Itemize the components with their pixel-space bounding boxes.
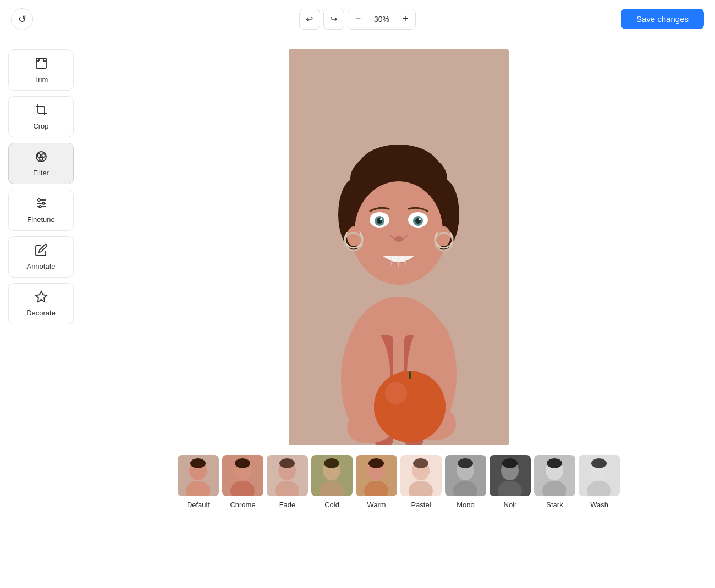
filter-warm[interactable]: Warm xyxy=(356,455,397,509)
filter-thumb-stark xyxy=(534,455,575,496)
header-center: ↩ ↪ − 30% + xyxy=(299,9,416,30)
filter-thumb-default xyxy=(178,455,219,496)
svg-point-61 xyxy=(235,458,250,468)
filter-warm-label: Warm xyxy=(367,501,386,509)
svg-point-25 xyxy=(374,371,446,442)
filter-stark-label: Stark xyxy=(546,501,563,509)
image-canvas xyxy=(289,49,509,445)
filter-chrome[interactable]: Chrome xyxy=(222,455,263,509)
annotate-tool-button[interactable]: Annotate xyxy=(8,236,74,278)
filter-pastel[interactable]: Pastel xyxy=(400,455,442,509)
filter-fade-label: Fade xyxy=(279,501,296,509)
svg-point-12 xyxy=(38,199,40,201)
filter-wash[interactable]: Wash xyxy=(579,455,620,509)
svg-point-8 xyxy=(40,157,43,160)
filter-fade[interactable]: Fade xyxy=(267,455,308,509)
svg-point-71 xyxy=(324,458,339,468)
decorate-label: Decorate xyxy=(26,309,56,317)
svg-point-49 xyxy=(347,226,360,246)
header: ↺ ↩ ↪ − 30% + Save changes xyxy=(0,0,715,38)
canvas-image xyxy=(289,49,509,445)
svg-point-38 xyxy=(380,218,382,220)
zoom-value: 30% xyxy=(368,9,395,29)
svg-point-76 xyxy=(369,458,384,468)
finetune-label: Finetune xyxy=(27,215,55,224)
filter-cold[interactable]: Cold xyxy=(311,455,353,509)
decorate-icon xyxy=(35,290,48,306)
redo-button[interactable]: ↪ xyxy=(323,9,344,30)
svg-point-90 xyxy=(502,458,518,468)
svg-rect-27 xyxy=(409,371,411,379)
svg-point-99 xyxy=(591,458,607,468)
plus-icon: + xyxy=(403,13,409,25)
filter-mono-label: Mono xyxy=(457,501,475,509)
save-changes-button[interactable]: Save changes xyxy=(621,9,704,29)
redo-icon: ↪ xyxy=(330,14,337,24)
finetune-tool-button[interactable]: Finetune xyxy=(8,190,74,231)
svg-point-66 xyxy=(279,458,295,468)
filter-thumb-wash xyxy=(579,455,620,496)
annotate-label: Annotate xyxy=(26,262,55,270)
zoom-plus-button[interactable]: + xyxy=(395,9,415,30)
filter-noir[interactable]: Noir xyxy=(490,455,531,509)
trim-label: Trim xyxy=(34,75,48,84)
minus-icon: − xyxy=(355,13,361,25)
filter-thumb-warm xyxy=(356,455,397,496)
filter-default-label: Default xyxy=(187,501,210,509)
zoom-minus-button[interactable]: − xyxy=(348,9,368,30)
svg-point-85 xyxy=(458,458,473,468)
filter-cold-label: Cold xyxy=(324,501,339,509)
filter-default[interactable]: Default xyxy=(178,455,219,509)
filter-thumb-mono xyxy=(445,455,486,496)
crop-label: Crop xyxy=(33,122,48,130)
filter-pastel-label: Pastel xyxy=(411,501,431,509)
filter-thumb-fade xyxy=(267,455,308,496)
svg-point-50 xyxy=(437,226,450,246)
svg-point-6 xyxy=(37,154,41,157)
filter-mono[interactable]: Mono xyxy=(445,455,486,509)
svg-point-42 xyxy=(419,218,421,220)
filter-noir-label: Noir xyxy=(504,501,517,509)
crop-icon xyxy=(35,103,48,119)
filter-thumb-noir xyxy=(490,455,531,496)
sidebar: Trim Crop Filter xyxy=(0,38,82,588)
canvas-area: Default Chrome xyxy=(82,38,715,588)
zoom-control: − 30% + xyxy=(348,9,416,30)
crop-tool-button[interactable]: Crop xyxy=(8,96,74,137)
undo-button[interactable]: ↩ xyxy=(299,9,320,30)
history-button[interactable]: ↺ xyxy=(11,8,33,30)
filter-wash-label: Wash xyxy=(590,501,608,509)
svg-point-14 xyxy=(39,206,41,208)
filter-strip: Default Chrome xyxy=(94,445,704,517)
filter-chrome-label: Chrome xyxy=(230,501,255,509)
filter-stark[interactable]: Stark xyxy=(534,455,575,509)
annotate-icon xyxy=(35,243,48,259)
filter-thumb-chrome xyxy=(222,455,263,496)
history-icon: ↺ xyxy=(18,13,26,25)
header-left: ↺ xyxy=(11,8,33,30)
svg-marker-15 xyxy=(36,291,47,302)
filter-tool-button[interactable]: Filter xyxy=(8,143,74,184)
svg-point-26 xyxy=(385,382,407,404)
main-area: Trim Crop Filter xyxy=(0,38,715,588)
filter-thumb-pastel xyxy=(400,455,442,496)
svg-rect-0 xyxy=(36,58,46,68)
svg-point-7 xyxy=(42,154,45,157)
svg-point-56 xyxy=(190,458,206,468)
filter-label: Filter xyxy=(33,169,49,177)
finetune-icon xyxy=(35,197,48,212)
trim-tool-button[interactable]: Trim xyxy=(8,49,74,91)
svg-point-81 xyxy=(413,458,428,468)
undo-icon: ↩ xyxy=(306,14,313,24)
filter-thumb-cold xyxy=(311,455,353,496)
decorate-tool-button[interactable]: Decorate xyxy=(8,283,74,324)
svg-point-94 xyxy=(547,458,562,468)
trim-icon xyxy=(35,57,48,72)
filter-icon xyxy=(35,150,48,165)
svg-point-13 xyxy=(42,202,45,204)
